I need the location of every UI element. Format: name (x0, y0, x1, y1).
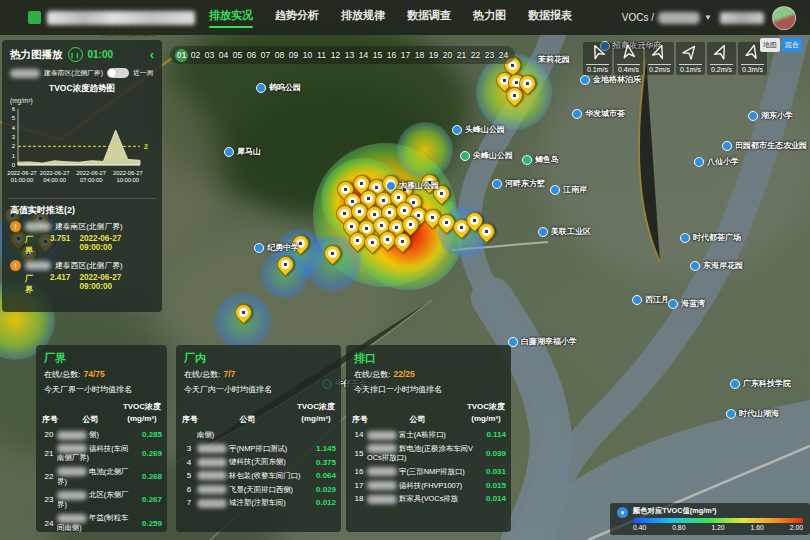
nav-tab[interactable]: 热力图 (473, 8, 506, 28)
table-row[interactable]: 7城注塑(注塑车间)0.012 (176, 496, 341, 510)
pause-button[interactable]: ❙❙ (68, 47, 83, 62)
table-row[interactable]: 20侧)0.285 (36, 428, 167, 442)
trend-chart-unit: (mg/m³) (2, 95, 162, 104)
timeline-hour[interactable]: 01 (175, 49, 188, 62)
timeline-hour[interactable]: 04 (217, 49, 230, 62)
timeline-hour[interactable]: 16 (385, 49, 398, 62)
row-company-text: 辉家具(VOCs排放 (399, 494, 458, 503)
row-company-text: 林包装(收整车间门口) (229, 471, 300, 480)
collapse-panel-icon[interactable]: ‹ (150, 50, 154, 60)
table-row[interactable]: 24年益(制粒车间南侧)0.259 (36, 511, 167, 532)
timeline-hour[interactable]: 09 (287, 49, 300, 62)
push-alert-item[interactable]: !建泰南区(北侧厂界)厂界3.7512022-06-27 09:00:00 (2, 219, 162, 258)
map-type-button[interactable]: 地图 (760, 38, 780, 52)
timeline-hour[interactable]: 02 (189, 49, 202, 62)
svg-text:2022-06-27: 2022-06-27 (7, 170, 37, 176)
push-alert-site: 建泰南区(北侧厂界) (55, 221, 123, 232)
heatmap-panel-title: 热力图播放 (10, 48, 63, 62)
timeline-hour[interactable]: 12 (329, 49, 342, 62)
timeline-hour[interactable]: 03 (203, 49, 216, 62)
poi-icon (726, 409, 736, 419)
timeline-hour[interactable]: 14 (357, 49, 370, 62)
table-row[interactable]: 3宇(NMP排口测试)1.145 (176, 442, 341, 456)
row-rank-no: 23 (41, 495, 57, 504)
wind-arrow-icon (649, 42, 670, 62)
table-row[interactable]: 23北区(东侧厂界)0.267 (36, 488, 167, 511)
timeline-hour[interactable]: 13 (343, 49, 356, 62)
timeline-hour[interactable]: 08 (273, 49, 286, 62)
poi-icon (632, 295, 642, 305)
map-poi-text: 田园都市生态农业园 (735, 140, 807, 151)
svg-text:4: 4 (12, 125, 16, 131)
column-header-value-line2: (mg/m³) (301, 414, 330, 423)
row-company: 辉电池(正极涂布车间VOCs排放口) (367, 444, 476, 463)
svg-text:0: 0 (12, 162, 16, 168)
nav-tab[interactable]: 趋势分析 (275, 8, 319, 28)
timeline-hour[interactable]: 10 (301, 49, 314, 62)
timeline-hour[interactable]: 22 (469, 49, 482, 62)
vocs-selector[interactable]: VOCs / ▼ (622, 12, 712, 24)
online-count-label: 在线/总数: (354, 370, 390, 379)
company-name-redacted (57, 491, 87, 500)
push-alert-detail-row: 厂界3.7512022-06-27 09:00:00 (2, 233, 162, 258)
nav-tab[interactable]: 数据报表 (528, 8, 572, 28)
timeline-hour[interactable]: 06 (245, 49, 258, 62)
row-company: 宇(三部NMP排放口) (367, 467, 476, 477)
poi-icon (730, 379, 740, 389)
poi-icon (572, 109, 582, 119)
nav-tab[interactable]: 排放规律 (341, 8, 385, 28)
timeline-hour[interactable]: 21 (455, 49, 468, 62)
range-toggle[interactable] (107, 68, 129, 78)
row-company: 宇(NMP排口测试) (197, 444, 306, 454)
table-row[interactable]: 18辉家具(VOCs排放0.014 (346, 492, 511, 506)
row-company: 飞显(天面排口西侧) (197, 485, 306, 495)
push-alert-detail-row: 厂界2.4172022-06-27 09:00:00 (2, 272, 162, 297)
poi-icon (452, 125, 462, 135)
avatar[interactable] (772, 6, 796, 30)
timeline-hour[interactable]: 23 (483, 49, 496, 62)
row-rank-no: 4 (181, 458, 197, 467)
table-row[interactable]: 南侧) (176, 428, 341, 442)
table-row[interactable]: 22电池(北侧厂界)0.268 (36, 465, 167, 488)
table-row[interactable]: 14富士(A栋排口)0.114 (346, 428, 511, 442)
timeline-hour[interactable]: 24 (497, 49, 510, 62)
chevron-down-icon: ▼ (704, 13, 712, 22)
table-row[interactable]: 16宇(三部NMP排放口)0.031 (346, 465, 511, 479)
row-rank-no: 6 (181, 485, 197, 494)
timeline-hour[interactable]: 19 (427, 49, 440, 62)
poi-icon (580, 75, 590, 85)
table-row[interactable]: 6飞显(天面排口西侧)0.029 (176, 483, 341, 497)
row-tvoc-value: 0.285 (132, 430, 162, 439)
svg-text:3: 3 (12, 134, 16, 140)
timeline-hour[interactable]: 11 (315, 49, 328, 62)
timeline-hour[interactable]: 07 (259, 49, 272, 62)
legend-tick-label: 1.20 (711, 524, 724, 531)
timeline-hour[interactable]: 20 (441, 49, 454, 62)
timeline-hour[interactable]: 05 (231, 49, 244, 62)
heatmap-color-legend: ▾ 颜色对应TVOC值(mg/m³) 0.400.801.201.602.00 (610, 503, 810, 535)
table-row[interactable]: 4键科技(天面东侧)0.375 (176, 455, 341, 469)
push-alert-item[interactable]: !建泰西区(北侧厂界)厂界2.4172022-06-27 09:00:00 (2, 258, 162, 297)
table-row[interactable]: 5林包装(收整车间门口)0.064 (176, 469, 341, 483)
poi-icon (386, 181, 396, 191)
row-company: 富士(A栋排口) (367, 430, 476, 440)
table-row[interactable]: 15辉电池(正极涂布车间VOCs排放口)0.039 (346, 442, 511, 465)
poi-icon (748, 111, 758, 121)
timeline-hour[interactable]: 17 (399, 49, 412, 62)
timeline-hour[interactable]: 18 (413, 49, 426, 62)
table-row[interactable]: 17德科技(FHVP1007)0.015 (346, 479, 511, 493)
column-header-value: TVOC浓度(mg/m³) (122, 401, 162, 425)
legend-gradient-bar (633, 518, 803, 523)
row-company: 林包装(收整车间门口) (197, 471, 306, 481)
row-rank-no: 17 (351, 481, 367, 490)
table-header-row: 序号公司TVOC浓度(mg/m³) (36, 397, 167, 428)
table-row[interactable]: 21德科技(车间南侧厂界)0.269 (36, 442, 167, 465)
timeline-hour[interactable]: 15 (371, 49, 384, 62)
map-poi-label: 海蓝湾 (668, 298, 705, 309)
map-poi-label: 犀马山 (224, 146, 261, 157)
row-company: 城注塑(注塑车间) (197, 498, 306, 508)
nav-tab[interactable]: 数据调查 (407, 8, 451, 28)
map-type-button[interactable]: 混合 (782, 38, 802, 52)
station-filter-row: 建泰南区(北侧厂界) 近一周 (2, 64, 162, 80)
nav-tab[interactable]: 排放实况 (209, 8, 253, 28)
